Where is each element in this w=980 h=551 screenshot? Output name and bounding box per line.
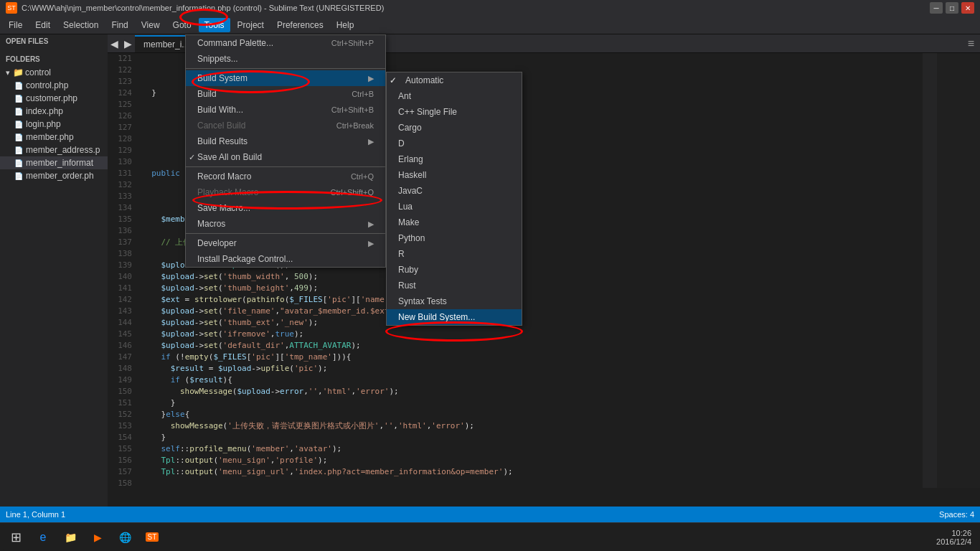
build-erlang[interactable]: Erlang [387, 151, 522, 167]
explorer-button[interactable]: 📁 [57, 524, 83, 550]
haskell-label: Haskell [398, 170, 426, 180]
save-macro-label: Save Macro... [197, 203, 250, 213]
menu-save-all-on-build[interactable]: Save All on Build [186, 149, 385, 165]
minimap-toggle[interactable]: ≡ [962, 37, 980, 50]
file-login[interactable]: 📄 login.php [0, 118, 108, 131]
file-member-address[interactable]: 📄 member_address.p [0, 143, 108, 156]
app-icon: ST [6, 2, 17, 14]
r-label: R [398, 249, 405, 259]
menu-help[interactable]: Help [331, 18, 360, 32]
sublime-button[interactable]: ST [139, 524, 165, 550]
file-member[interactable]: 📄 member.php [0, 131, 108, 143]
folder-icon: 📁 [13, 67, 24, 77]
menu-snippets[interactable]: Snippets... [186, 51, 385, 67]
developer-label: Developer [197, 238, 237, 248]
check-icon: ✓ [390, 75, 397, 85]
filename: member.php [26, 132, 74, 142]
start-button[interactable]: ⊞ [3, 524, 29, 550]
playback-macro-label: Playback Macro [197, 187, 258, 197]
clock: 10:26 2016/12/4 [936, 529, 977, 546]
build-system-label: Build System [197, 73, 248, 83]
nav-back[interactable]: ◀ [108, 38, 121, 50]
ruby-label: Ruby [398, 265, 418, 275]
build-results-arrow: ▶ [368, 137, 374, 146]
sidebar: OPEN FILES FOLDERS ▾ 📁 control 📄 control… [0, 34, 108, 507]
file-icon: 📄 [14, 172, 23, 180]
line-numbers: 121122123124125 126127128129130 13113213… [108, 53, 136, 488]
build-rust[interactable]: Rust [387, 278, 522, 293]
menu-record-macro[interactable]: Record Macro Ctrl+Q [186, 169, 385, 184]
file-control[interactable]: 📄 control.php [0, 79, 108, 92]
syntax-tests-label: Syntax Tests [398, 296, 447, 306]
file-icon: 📄 [14, 95, 23, 103]
build-automatic[interactable]: ✓ Automatic [387, 72, 522, 88]
macros-arrow: ▶ [368, 220, 374, 229]
menu-build-results[interactable]: Build Results ▶ [186, 133, 385, 149]
menu-build[interactable]: Build Ctrl+B [186, 86, 385, 102]
build-python[interactable]: Python [387, 230, 522, 246]
menu-command-palette[interactable]: Command Palette... Ctrl+Shift+P [186, 35, 385, 51]
build-d[interactable]: D [387, 136, 522, 151]
menu-macros[interactable]: Macros ▶ [186, 216, 385, 232]
record-macro-shortcut: Ctrl+Q [351, 172, 374, 181]
build-system-menu: ✓ Automatic Ant C++ Single File Cargo D … [386, 72, 522, 326]
menu-edit[interactable]: Edit [29, 18, 56, 32]
file-index[interactable]: 📄 index.php [0, 105, 108, 118]
menu-view[interactable]: View [136, 18, 166, 32]
build-new-build-system[interactable]: New Build System... [387, 309, 522, 325]
file-member-order[interactable]: 📄 member_order.ph [0, 169, 108, 182]
menu-preferences[interactable]: Preferences [271, 18, 329, 32]
cancel-build-label: Cancel Build [197, 121, 245, 131]
file-member-information[interactable]: 📄 member_informat [0, 156, 108, 169]
build-r[interactable]: R [387, 246, 522, 262]
time: 10:26 [951, 529, 971, 537]
file-customer[interactable]: 📄 customer.php [0, 92, 108, 105]
window-controls: ─ □ ✕ [930, 2, 974, 14]
ie-button[interactable]: e [30, 524, 56, 550]
filename: member_informat [26, 158, 93, 168]
titlebar: ST C:\WWW\ahj\njm_member\control\member_… [0, 0, 980, 16]
status-spaces: Spaces: 4 [939, 510, 974, 519]
menu-goto[interactable]: Goto [167, 18, 197, 32]
build-haskell[interactable]: Haskell [387, 167, 522, 183]
minimize-button[interactable]: ─ [930, 2, 943, 14]
menu-file[interactable]: File [3, 18, 28, 32]
menu-selection[interactable]: Selection [57, 18, 104, 32]
save-all-label: Save All on Build [197, 152, 262, 162]
build-javac[interactable]: JavaC [387, 183, 522, 199]
automatic-label: Automatic [398, 75, 443, 85]
build-cpp[interactable]: C++ Single File [387, 104, 522, 120]
file-icon: 📄 [14, 121, 23, 128]
media-button[interactable]: ▶ [85, 524, 110, 550]
open-files-header: OPEN FILES [0, 34, 108, 48]
install-package-label: Install Package Control... [197, 254, 293, 264]
separator-1 [186, 68, 385, 69]
menu-developer[interactable]: Developer ▶ [186, 235, 385, 251]
titlebar-title: C:\WWW\ahj\njm_member\control\member_inf… [22, 4, 384, 12]
folder-control[interactable]: ▾ 📁 control [0, 66, 108, 79]
build-lua[interactable]: Lua [387, 199, 522, 215]
javac-label: JavaC [398, 186, 423, 196]
maximize-button[interactable]: □ [946, 2, 958, 14]
close-button[interactable]: ✕ [961, 2, 974, 14]
erlang-label: Erlang [398, 154, 423, 164]
build-syntax-tests[interactable]: Syntax Tests [387, 293, 522, 309]
filename: member_address.p [26, 145, 100, 155]
menu-install-package-control[interactable]: Install Package Control... [186, 251, 385, 267]
build-label: Build [197, 89, 217, 99]
menu-find[interactable]: Find [105, 18, 133, 32]
menu-tools[interactable]: Tools [199, 18, 230, 32]
build-cargo[interactable]: Cargo [387, 120, 522, 136]
menu-project[interactable]: Project [232, 18, 270, 32]
cancel-build-shortcut: Ctrl+Break [336, 121, 374, 130]
chrome-button[interactable]: 🌐 [112, 524, 138, 550]
menu-build-system[interactable]: Build System ▶ [186, 70, 385, 86]
menu-save-macro[interactable]: Save Macro... [186, 200, 385, 216]
build-ant[interactable]: Ant [387, 88, 522, 104]
nav-forward[interactable]: ▶ [121, 38, 135, 50]
build-make[interactable]: Make [387, 215, 522, 230]
separator-3 [186, 233, 385, 234]
build-ruby[interactable]: Ruby [387, 262, 522, 278]
d-label: D [398, 138, 405, 149]
menu-build-with[interactable]: Build With... Ctrl+Shift+B [186, 102, 385, 118]
